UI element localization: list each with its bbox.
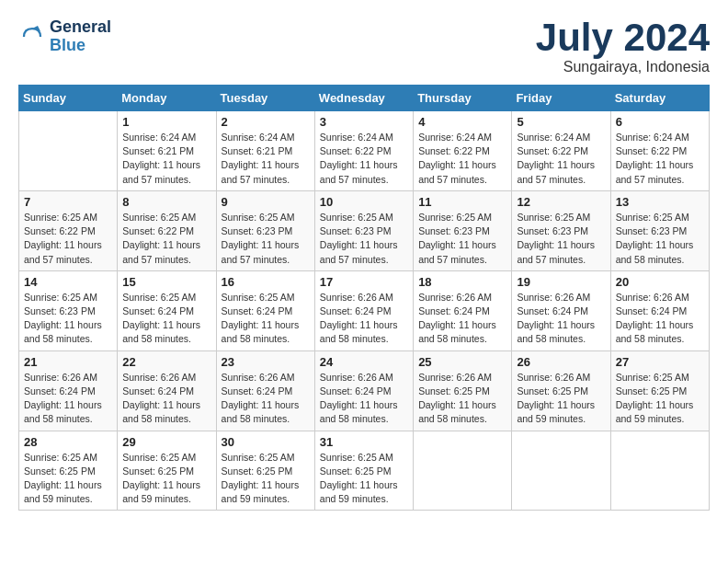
calendar-table: SundayMondayTuesdayWednesdayThursdayFrid… [18, 85, 710, 511]
day-info: Sunrise: 6:25 AM Sunset: 6:25 PM Dayligh… [320, 451, 408, 507]
day-number: 28 [24, 435, 112, 449]
calendar-cell: 3Sunrise: 6:24 AM Sunset: 6:22 PM Daylig… [314, 111, 413, 191]
day-info: Sunrise: 6:25 AM Sunset: 6:23 PM Dayligh… [222, 211, 310, 267]
calendar-cell: 2Sunrise: 6:24 AM Sunset: 6:21 PM Daylig… [216, 111, 314, 191]
day-number: 1 [122, 115, 210, 129]
day-info: Sunrise: 6:26 AM Sunset: 6:24 PM Dayligh… [320, 291, 408, 347]
weekday-header-wednesday: Wednesday [314, 86, 413, 111]
day-number: 30 [222, 435, 310, 449]
day-info: Sunrise: 6:25 AM Sunset: 6:23 PM Dayligh… [616, 211, 704, 267]
calendar-cell: 29Sunrise: 6:25 AM Sunset: 6:25 PM Dayli… [118, 431, 216, 511]
calendar-cell: 9Sunrise: 6:25 AM Sunset: 6:23 PM Daylig… [216, 190, 314, 270]
day-info: Sunrise: 6:26 AM Sunset: 6:24 PM Dayligh… [517, 291, 605, 347]
day-info: Sunrise: 6:25 AM Sunset: 6:25 PM Dayligh… [122, 451, 210, 507]
calendar-cell: 31Sunrise: 6:25 AM Sunset: 6:25 PM Dayli… [314, 431, 413, 511]
day-info: Sunrise: 6:24 AM Sunset: 6:21 PM Dayligh… [222, 131, 310, 187]
day-info: Sunrise: 6:24 AM Sunset: 6:21 PM Dayligh… [122, 131, 210, 187]
day-number: 21 [24, 355, 112, 369]
day-info: Sunrise: 6:25 AM Sunset: 6:23 PM Dayligh… [418, 211, 506, 267]
day-info: Sunrise: 6:26 AM Sunset: 6:24 PM Dayligh… [24, 371, 112, 427]
day-info: Sunrise: 6:25 AM Sunset: 6:25 PM Dayligh… [24, 451, 112, 507]
calendar-cell: 7Sunrise: 6:25 AM Sunset: 6:22 PM Daylig… [19, 190, 118, 270]
logo-icon [18, 23, 46, 51]
calendar-week-row: 14Sunrise: 6:25 AM Sunset: 6:23 PM Dayli… [19, 270, 710, 350]
calendar-week-row: 21Sunrise: 6:26 AM Sunset: 6:24 PM Dayli… [19, 350, 710, 431]
calendar-cell: 20Sunrise: 6:26 AM Sunset: 6:24 PM Dayli… [610, 270, 709, 350]
weekday-header-friday: Friday [512, 86, 610, 111]
calendar-cell: 23Sunrise: 6:26 AM Sunset: 6:24 PM Dayli… [216, 350, 314, 431]
calendar-cell [414, 431, 512, 511]
day-info: Sunrise: 6:25 AM Sunset: 6:23 PM Dayligh… [320, 211, 408, 267]
day-info: Sunrise: 6:26 AM Sunset: 6:24 PM Dayligh… [320, 371, 408, 427]
day-number: 26 [517, 355, 605, 369]
calendar-cell: 30Sunrise: 6:25 AM Sunset: 6:25 PM Dayli… [216, 431, 314, 511]
calendar-cell: 1Sunrise: 6:24 AM Sunset: 6:21 PM Daylig… [118, 111, 216, 191]
day-number: 7 [24, 195, 112, 209]
day-number: 6 [616, 115, 704, 129]
calendar-cell: 21Sunrise: 6:26 AM Sunset: 6:24 PM Dayli… [19, 350, 118, 431]
day-info: Sunrise: 6:25 AM Sunset: 6:22 PM Dayligh… [24, 211, 112, 267]
calendar-cell: 6Sunrise: 6:24 AM Sunset: 6:22 PM Daylig… [610, 111, 709, 191]
day-info: Sunrise: 6:25 AM Sunset: 6:22 PM Dayligh… [122, 211, 210, 267]
day-number: 4 [418, 115, 506, 129]
day-number: 2 [222, 115, 310, 129]
day-number: 12 [517, 195, 605, 209]
weekday-header-monday: Monday [118, 86, 216, 111]
calendar-cell: 28Sunrise: 6:25 AM Sunset: 6:25 PM Dayli… [19, 431, 118, 511]
day-number: 15 [122, 275, 210, 289]
day-info: Sunrise: 6:25 AM Sunset: 6:23 PM Dayligh… [517, 211, 605, 267]
calendar-cell [610, 431, 709, 511]
calendar-cell: 4Sunrise: 6:24 AM Sunset: 6:22 PM Daylig… [414, 111, 512, 191]
calendar-title: July 2024 [536, 18, 710, 57]
calendar-cell: 22Sunrise: 6:26 AM Sunset: 6:24 PM Dayli… [118, 350, 216, 431]
day-number: 31 [320, 435, 408, 449]
day-number: 24 [320, 355, 408, 369]
weekday-header-saturday: Saturday [610, 86, 709, 111]
day-number: 23 [222, 355, 310, 369]
calendar-cell: 15Sunrise: 6:25 AM Sunset: 6:24 PM Dayli… [118, 270, 216, 350]
calendar-cell: 18Sunrise: 6:26 AM Sunset: 6:24 PM Dayli… [414, 270, 512, 350]
calendar-week-row: 1Sunrise: 6:24 AM Sunset: 6:21 PM Daylig… [19, 111, 710, 191]
day-number: 10 [320, 195, 408, 209]
day-info: Sunrise: 6:26 AM Sunset: 6:25 PM Dayligh… [418, 371, 506, 427]
calendar-cell: 19Sunrise: 6:26 AM Sunset: 6:24 PM Dayli… [512, 270, 610, 350]
day-number: 5 [517, 115, 605, 129]
day-number: 11 [418, 195, 506, 209]
weekday-header-thursday: Thursday [414, 86, 512, 111]
day-number: 27 [616, 355, 704, 369]
day-info: Sunrise: 6:24 AM Sunset: 6:22 PM Dayligh… [320, 131, 408, 187]
calendar-cell: 12Sunrise: 6:25 AM Sunset: 6:23 PM Dayli… [512, 190, 610, 270]
calendar-cell: 24Sunrise: 6:26 AM Sunset: 6:24 PM Dayli… [314, 350, 413, 431]
page-header: GeneralBlue July 2024 Sungairaya, Indone… [18, 18, 710, 75]
calendar-cell: 5Sunrise: 6:24 AM Sunset: 6:22 PM Daylig… [512, 111, 610, 191]
day-number: 9 [222, 195, 310, 209]
day-info: Sunrise: 6:26 AM Sunset: 6:24 PM Dayligh… [418, 291, 506, 347]
day-number: 22 [122, 355, 210, 369]
weekday-header-sunday: Sunday [19, 86, 118, 111]
day-info: Sunrise: 6:25 AM Sunset: 6:24 PM Dayligh… [222, 291, 310, 347]
calendar-cell: 26Sunrise: 6:26 AM Sunset: 6:25 PM Dayli… [512, 350, 610, 431]
weekday-header-row: SundayMondayTuesdayWednesdayThursdayFrid… [19, 86, 710, 111]
weekday-header-tuesday: Tuesday [216, 86, 314, 111]
calendar-week-row: 7Sunrise: 6:25 AM Sunset: 6:22 PM Daylig… [19, 190, 710, 270]
day-number: 29 [122, 435, 210, 449]
day-info: Sunrise: 6:26 AM Sunset: 6:24 PM Dayligh… [122, 371, 210, 427]
day-info: Sunrise: 6:24 AM Sunset: 6:22 PM Dayligh… [616, 131, 704, 187]
day-info: Sunrise: 6:25 AM Sunset: 6:23 PM Dayligh… [24, 291, 112, 347]
calendar-week-row: 28Sunrise: 6:25 AM Sunset: 6:25 PM Dayli… [19, 431, 710, 511]
logo-text: GeneralBlue [50, 18, 111, 55]
day-number: 14 [24, 275, 112, 289]
day-info: Sunrise: 6:25 AM Sunset: 6:25 PM Dayligh… [222, 451, 310, 507]
calendar-cell: 8Sunrise: 6:25 AM Sunset: 6:22 PM Daylig… [118, 190, 216, 270]
calendar-cell [19, 111, 118, 191]
day-number: 17 [320, 275, 408, 289]
title-block: July 2024 Sungairaya, Indonesia [536, 18, 710, 75]
day-number: 19 [517, 275, 605, 289]
day-info: Sunrise: 6:24 AM Sunset: 6:22 PM Dayligh… [418, 131, 506, 187]
calendar-subtitle: Sungairaya, Indonesia [536, 59, 710, 75]
day-info: Sunrise: 6:25 AM Sunset: 6:24 PM Dayligh… [122, 291, 210, 347]
calendar-cell: 25Sunrise: 6:26 AM Sunset: 6:25 PM Dayli… [414, 350, 512, 431]
calendar-cell: 14Sunrise: 6:25 AM Sunset: 6:23 PM Dayli… [19, 270, 118, 350]
day-info: Sunrise: 6:26 AM Sunset: 6:25 PM Dayligh… [517, 371, 605, 427]
day-info: Sunrise: 6:24 AM Sunset: 6:22 PM Dayligh… [517, 131, 605, 187]
